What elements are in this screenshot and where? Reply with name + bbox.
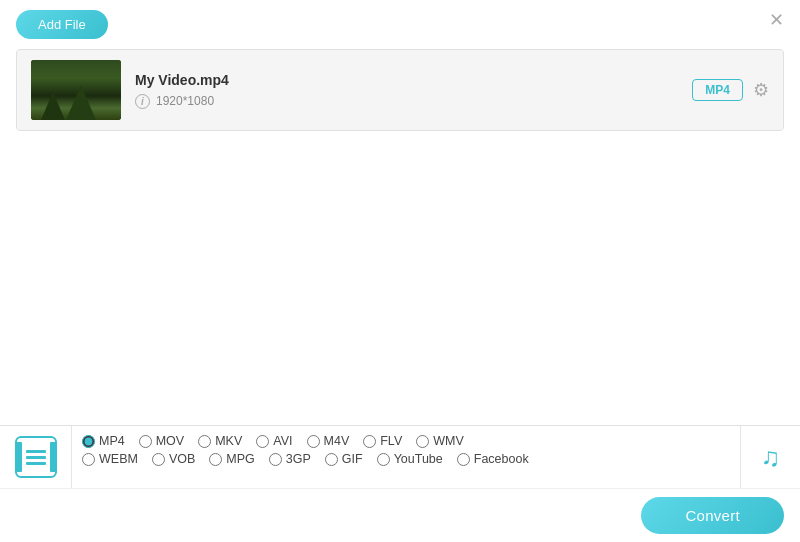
format-label-gif: GIF (342, 452, 363, 466)
file-item: My Video.mp4 i 1920*1080 MP4 ⚙ (17, 50, 783, 130)
film-line (26, 462, 46, 465)
format-label-flv: FLV (380, 434, 402, 448)
format-option-vob[interactable]: VOB (152, 452, 195, 466)
format-radio-wmv[interactable] (416, 435, 429, 448)
format-label-mov: MOV (156, 434, 184, 448)
format-radio-facebook[interactable] (457, 453, 470, 466)
format-option-wmv[interactable]: WMV (416, 434, 464, 448)
film-center (26, 450, 46, 465)
file-actions: MP4 ⚙ (692, 79, 769, 101)
file-resolution: 1920*1080 (156, 94, 214, 108)
format-option-mpg[interactable]: MPG (209, 452, 254, 466)
format-label-webm: WEBM (99, 452, 138, 466)
format-row-1: MP4 MOV MKV AVI (82, 434, 730, 448)
format-radio-m4v[interactable] (307, 435, 320, 448)
film-line (26, 456, 46, 459)
film-line (26, 450, 46, 453)
settings-icon[interactable]: ⚙ (753, 79, 769, 101)
format-label-wmv: WMV (433, 434, 464, 448)
format-radio-avi[interactable] (256, 435, 269, 448)
format-option-gif[interactable]: GIF (325, 452, 363, 466)
format-option-youtube[interactable]: YouTube (377, 452, 443, 466)
file-list-area: My Video.mp4 i 1920*1080 MP4 ⚙ (16, 49, 784, 131)
top-bar: Add File (0, 0, 800, 49)
format-option-facebook[interactable]: Facebook (457, 452, 529, 466)
add-file-button[interactable]: Add File (16, 10, 108, 39)
format-label-3gp: 3GP (286, 452, 311, 466)
format-radio-mkv[interactable] (198, 435, 211, 448)
format-row-2: WEBM VOB MPG 3GP (82, 452, 730, 466)
film-icon[interactable] (15, 436, 57, 478)
format-option-avi[interactable]: AVI (256, 434, 292, 448)
format-radio-mpg[interactable] (209, 453, 222, 466)
format-badge[interactable]: MP4 (692, 79, 743, 101)
convert-btn-area: Convert (0, 488, 800, 542)
format-options: MP4 MOV MKV AVI (72, 426, 740, 488)
file-thumbnail (31, 60, 121, 120)
music-icon: ♫ (761, 442, 781, 473)
format-radio-vob[interactable] (152, 453, 165, 466)
format-radio-flv[interactable] (363, 435, 376, 448)
format-label-facebook: Facebook (474, 452, 529, 466)
video-format-icon-area[interactable] (0, 426, 72, 488)
format-option-3gp[interactable]: 3GP (269, 452, 311, 466)
format-label-mpg: MPG (226, 452, 254, 466)
file-info: My Video.mp4 i 1920*1080 (135, 72, 692, 109)
format-label-mkv: MKV (215, 434, 242, 448)
format-label-m4v: M4V (324, 434, 350, 448)
format-label-avi: AVI (273, 434, 292, 448)
format-option-mov[interactable]: MOV (139, 434, 184, 448)
format-option-flv[interactable]: FLV (363, 434, 402, 448)
format-radio-3gp[interactable] (269, 453, 282, 466)
format-radio-mov[interactable] (139, 435, 152, 448)
file-name: My Video.mp4 (135, 72, 692, 88)
format-label-youtube: YouTube (394, 452, 443, 466)
format-option-mp4[interactable]: MP4 (82, 434, 125, 448)
format-radio-gif[interactable] (325, 453, 338, 466)
format-rows: MP4 MOV MKV AVI (0, 426, 800, 488)
format-label-mp4: MP4 (99, 434, 125, 448)
format-panel: MP4 MOV MKV AVI (0, 425, 800, 542)
close-icon: ✕ (769, 9, 784, 31)
format-label-vob: VOB (169, 452, 195, 466)
audio-format-icon-area[interactable]: ♫ (740, 426, 800, 488)
info-icon: i (135, 94, 150, 109)
format-radio-webm[interactable] (82, 453, 95, 466)
format-option-mkv[interactable]: MKV (198, 434, 242, 448)
format-radio-youtube[interactable] (377, 453, 390, 466)
file-meta: i 1920*1080 (135, 94, 692, 109)
convert-button[interactable]: Convert (641, 497, 784, 534)
format-option-m4v[interactable]: M4V (307, 434, 350, 448)
close-button[interactable]: ✕ (766, 10, 786, 30)
format-radio-mp4[interactable] (82, 435, 95, 448)
format-option-webm[interactable]: WEBM (82, 452, 138, 466)
